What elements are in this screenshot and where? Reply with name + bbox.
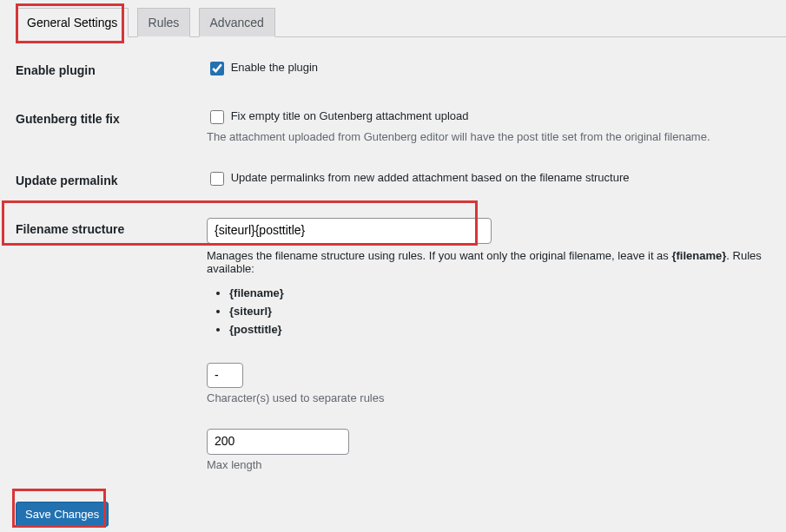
update-permalink-cb-text: Update permalinks from new added attachm… (231, 171, 630, 184)
rules-list: {filename} {siteurl} {posttitle} (217, 284, 777, 338)
tab-general-settings[interactable]: General Settings (16, 8, 129, 37)
maxlength-desc: Max length (207, 458, 777, 471)
filename-structure-desc: Manages the filename structure using rul… (207, 249, 777, 275)
tab-rules[interactable]: Rules (137, 8, 191, 37)
update-permalink-checkbox[interactable] (210, 172, 224, 186)
gutenberg-fix-desc: The attachment uploaded from Gutenberg e… (207, 130, 777, 143)
rule-siteurl: {siteurl} (229, 302, 777, 320)
settings-tabs: General Settings Rules Advanced (16, 0, 786, 37)
tab-advanced[interactable]: Advanced (199, 8, 275, 37)
rule-posttitle: {posttitle} (229, 320, 777, 338)
filename-structure-input[interactable] (207, 218, 492, 244)
gutenberg-fix-label: Gutenberg title fix (16, 95, 198, 156)
save-changes-button[interactable]: Save Changes (16, 502, 109, 527)
separator-input[interactable] (207, 363, 243, 389)
gutenberg-fix-checkbox[interactable] (210, 110, 224, 124)
separator-desc: Character(s) used to separate rules (207, 391, 777, 404)
settings-form-table: Enable plugin Enable the plugin Gutenber… (16, 46, 786, 484)
maxlength-input[interactable] (207, 429, 349, 455)
filename-structure-label: Filename structure (16, 205, 198, 484)
enable-plugin-label: Enable plugin (16, 46, 198, 95)
enable-plugin-cb-text: Enable the plugin (231, 61, 318, 74)
enable-plugin-checkbox[interactable] (210, 62, 224, 76)
gutenberg-fix-cb-text: Fix empty title on Gutenberg attachment … (231, 109, 469, 122)
update-permalink-label: Update permalink (16, 156, 198, 205)
rule-filename: {filename} (229, 284, 777, 302)
